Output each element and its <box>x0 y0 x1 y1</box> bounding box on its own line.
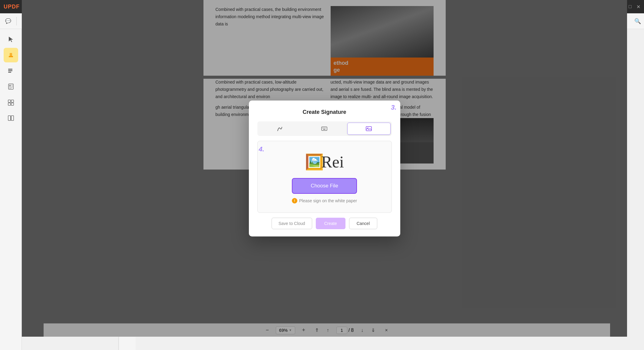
signature-keyboard-tab[interactable] <box>303 123 345 135</box>
document-area: Combined with practical cases, the build… <box>22 0 627 337</box>
hint-icon: ! <box>292 198 297 203</box>
choose-file-button[interactable]: Choose File <box>292 178 357 194</box>
svg-rect-3 <box>8 70 12 71</box>
svg-rect-9 <box>9 87 13 88</box>
signature-draw-tab[interactable] <box>259 123 301 135</box>
create-button[interactable]: Create <box>316 218 345 229</box>
cancel-button[interactable]: Cancel <box>349 218 378 229</box>
modal-footer: Save to Cloud Create Cancel <box>257 218 392 229</box>
sidebar-pages-tool[interactable] <box>4 79 18 94</box>
svg-rect-16 <box>11 116 14 121</box>
step3-badge: 3. <box>391 104 396 111</box>
svg-rect-18 <box>322 127 327 130</box>
svg-rect-7 <box>12 85 13 85</box>
svg-rect-19 <box>322 128 323 128</box>
signature-illustration: 🖼️ Rei <box>305 153 344 171</box>
step4-badge: 4. <box>259 145 264 153</box>
create-signature-modal: 3. Create Signature <box>249 101 400 236</box>
sidebar-highlight-tool[interactable] <box>4 48 18 62</box>
main-layout: Building environmentinformation modeling… <box>0 29 644 350</box>
modal-hint: ! Please sign on the white paper <box>292 198 357 203</box>
svg-rect-12 <box>11 100 14 102</box>
sidebar-compare-tool[interactable] <box>4 111 18 125</box>
app-logo: UPDF <box>4 4 20 10</box>
svg-rect-13 <box>8 103 11 105</box>
svg-rect-1 <box>10 53 12 57</box>
svg-rect-8 <box>12 86 13 87</box>
svg-rect-10 <box>9 88 12 89</box>
sidebar-comment-tool[interactable] <box>4 64 18 78</box>
modal-tabs <box>257 121 392 136</box>
svg-rect-22 <box>323 129 325 130</box>
sidebar-select-tool[interactable] <box>4 32 18 47</box>
signature-image-tab[interactable] <box>347 123 391 135</box>
cursive-signature: Rei <box>321 153 344 171</box>
save-to-cloud-button[interactable]: Save to Cloud <box>272 218 312 229</box>
sidebar-organize-tool[interactable] <box>4 95 18 110</box>
modal-title: Create Signature <box>257 109 392 115</box>
svg-rect-6 <box>9 85 11 87</box>
svg-rect-4 <box>8 72 11 73</box>
hint-text: Please sign on the white paper <box>299 198 357 203</box>
left-sidebar <box>0 29 22 350</box>
svg-rect-2 <box>8 69 12 70</box>
svg-rect-15 <box>8 116 11 121</box>
modal-body: 4. 🖼️ Rei Choose File ! Please sign on t… <box>257 141 392 213</box>
search-toolbar-icon[interactable]: 🔍 <box>634 18 641 25</box>
svg-rect-11 <box>8 100 11 102</box>
maximize-button[interactable]: □ <box>629 4 632 10</box>
modal-overlay: 3. Create Signature <box>22 0 627 337</box>
comment-toolbar-icon[interactable]: 💬 <box>3 16 13 26</box>
close-window-button[interactable]: ✕ <box>636 4 640 10</box>
toolbar-separator-1 <box>16 17 17 25</box>
svg-rect-20 <box>324 128 324 128</box>
svg-rect-14 <box>11 103 14 105</box>
photo-icon: 🖼️ <box>305 153 324 171</box>
svg-rect-21 <box>325 128 325 128</box>
